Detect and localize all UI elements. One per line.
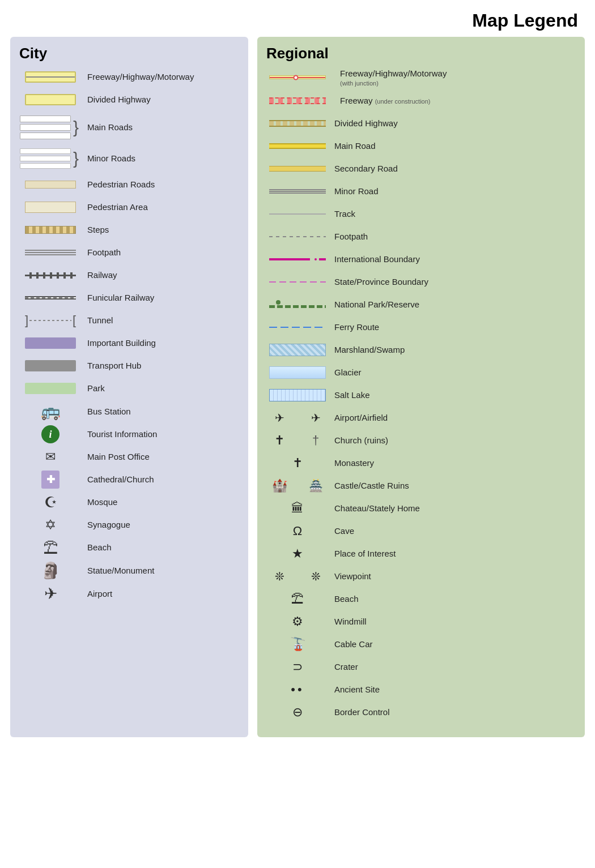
reg-freeway-symbol: [266, 72, 329, 83]
info-icon: i: [41, 425, 60, 443]
list-item: ⛱ Beach: [266, 590, 576, 608]
reg-poi-label: Place of Interest: [334, 548, 396, 559]
list-item: Pedestrian Roads: [19, 176, 239, 194]
minor-roads-symbol: }: [19, 148, 82, 169]
list-item: Minor Road: [266, 182, 576, 200]
border-control-icon: ⊖: [280, 705, 314, 720]
list-item: Salt Lake: [266, 386, 576, 404]
footpath-symbol: [19, 252, 82, 253]
brace-icon: }: [73, 150, 79, 167]
list-item: ⊃ Crater: [266, 658, 576, 676]
bus-icon: 🚌: [41, 402, 61, 421]
reg-crater-label: Crater: [334, 661, 358, 673]
reg-church-label: Church (ruins): [334, 435, 388, 446]
list-item: } Minor Roads: [19, 146, 239, 171]
reg-castle-label: Castle/Castle Ruins: [334, 480, 409, 491]
crescent-icon: ☪: [44, 494, 57, 511]
list-item: Marshland/Swamp: [266, 341, 576, 359]
reg-national-park-symbol: [266, 300, 329, 309]
cross-outline-icon: †: [299, 433, 333, 448]
bus-station-label: Bus Station: [87, 406, 131, 417]
reg-freeway-const-symbol: [266, 97, 329, 104]
list-item: ★ Place of Interest: [266, 545, 576, 563]
list-item: State/Province Boundary: [266, 273, 576, 291]
reg-salt-lake-label: Salt Lake: [334, 390, 370, 401]
cave-icon: Ω: [280, 524, 314, 538]
chateau-icon: 🏛: [280, 501, 314, 516]
post-office-symbol: ✉: [19, 450, 82, 464]
railway-symbol: [19, 275, 82, 276]
steps-symbol: [19, 226, 82, 234]
reg-beach-label: Beach: [334, 593, 359, 605]
list-item: Important Building: [19, 334, 239, 352]
list-item: ✝ † Church (ruins): [266, 431, 576, 450]
divided-highway-symbol: [19, 94, 82, 105]
main-roads-label: Main Roads: [87, 122, 133, 133]
reg-footpath-symbol: [266, 236, 329, 237]
castle-icon: 🏰: [262, 478, 296, 493]
reg-national-park-label: National Park/Reserve: [334, 299, 419, 310]
reg-border-control-label: Border Control: [334, 707, 390, 718]
reg-cave-label: Cave: [334, 525, 354, 537]
funicular-symbol: [19, 296, 82, 300]
pedestrian-roads-symbol: [19, 181, 82, 189]
beach-icon: ⛱: [43, 539, 58, 557]
reg-airport-symbol: ✈ ✈: [266, 411, 329, 425]
freeway-label: Freeway/Highway/Motorway: [87, 71, 194, 83]
mosque-label: Mosque: [87, 497, 117, 508]
reg-church-symbol: ✝ †: [266, 433, 329, 448]
steps-label: Steps: [87, 224, 109, 236]
reg-freeway-sublabel: (with junction): [340, 79, 447, 87]
list-item: i Tourist Information: [19, 425, 239, 443]
reg-ancient-site-label: Ancient Site: [334, 684, 380, 695]
list-item: Freeway/Highway/Motorway: [19, 68, 239, 86]
viewpoint2-icon: ❊: [299, 570, 333, 583]
list-item: 🏰 🏯 Castle/Castle Ruins: [266, 477, 576, 495]
reg-marshland-label: Marshland/Swamp: [334, 344, 405, 356]
list-item: ✝ Monastery: [266, 454, 576, 472]
reg-ancient-site-symbol: ••: [266, 682, 329, 697]
cross-icon: ✝: [262, 433, 296, 448]
reg-airport-label: Airport/Airfield: [334, 412, 388, 424]
reg-secondary-road-symbol: [266, 166, 329, 172]
reg-viewpoint-symbol: ❊ ❊: [266, 570, 329, 583]
city-column: City Freeway/Highway/Motorway Divided Hi…: [10, 37, 248, 737]
city-section-title: City: [19, 45, 239, 62]
reg-main-road-symbol: [266, 143, 329, 149]
transport-hub-label: Transport Hub: [87, 360, 141, 371]
park-symbol: [19, 383, 82, 394]
reg-windmill-label: Windmill: [334, 616, 367, 627]
list-item: Main Road: [266, 137, 576, 155]
castle-ruins-icon: 🏯: [299, 479, 333, 493]
cable-car-icon: 🚡: [280, 637, 314, 652]
reg-glacier-label: Glacier: [334, 367, 362, 378]
reg-ferry-label: Ferry Route: [334, 322, 379, 333]
list-item: ] [ Tunnel: [19, 311, 239, 330]
list-item: ⊖ Border Control: [266, 703, 576, 721]
airplane-icon: ✈: [262, 411, 296, 425]
pedestrian-area-symbol: [19, 202, 82, 213]
reg-minor-road-symbol: [266, 191, 329, 192]
important-building-label: Important Building: [87, 337, 156, 349]
statue-symbol: 🗿: [19, 561, 82, 580]
list-item: •• Ancient Site: [266, 681, 576, 699]
list-item: Divided Highway: [266, 114, 576, 132]
reg-border-control-symbol: ⊖: [266, 705, 329, 720]
tunnel-bracket-left-icon: ]: [25, 314, 28, 327]
reg-state-boundary-label: State/Province Boundary: [334, 276, 428, 288]
list-item: ❊ ❊ Viewpoint: [266, 567, 576, 585]
freeway-symbol: [19, 71, 82, 83]
list-item: Footpath: [266, 228, 576, 246]
reg-windmill-symbol: ⚙: [266, 614, 329, 629]
reg-ferry-symbol: [266, 327, 329, 328]
list-item: ☪ Mosque: [19, 493, 239, 511]
reg-track-label: Track: [334, 208, 355, 220]
tunnel-symbol: ] [: [19, 315, 82, 326]
divided-highway-label: Divided Highway: [87, 94, 151, 105]
reg-chateau-label: Chateau/Stately Home: [334, 503, 420, 514]
list-item: Funicular Railway: [19, 289, 239, 307]
reg-secondary-road-label: Secondary Road: [334, 163, 398, 174]
list-item: 🚡 Cable Car: [266, 635, 576, 653]
airport-label-city: Airport: [87, 588, 112, 600]
list-item: ⛱ Beach: [19, 538, 239, 557]
